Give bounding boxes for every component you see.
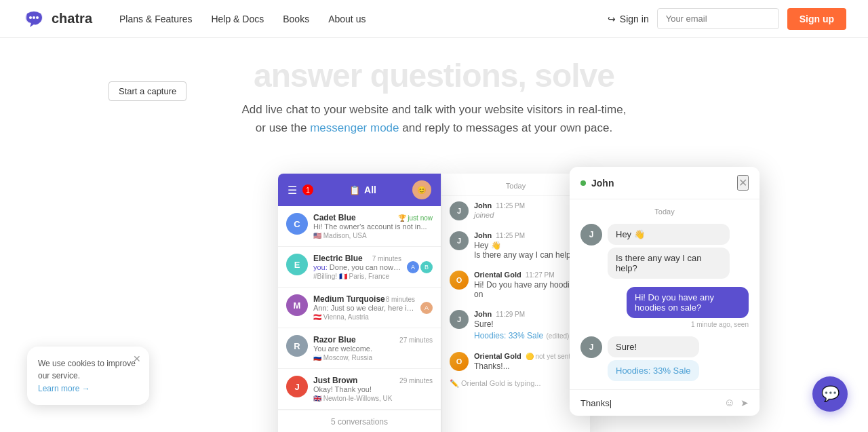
msg-time: 11:25 PM — [496, 202, 525, 210]
msg-time: 11:29 PM — [496, 311, 525, 318]
msg-text: Hey 👋Is there any way I can help? — [474, 241, 575, 260]
conv-name: Just Brown — [313, 376, 357, 385]
msg-sender: John — [474, 231, 492, 239]
msg-sender: Oriental Gold — [474, 271, 521, 279]
conv-time: 🏆 just now — [398, 214, 433, 222]
messenger-mode-link[interactable]: messenger mode — [310, 121, 399, 134]
avatar: E — [286, 254, 308, 275]
list-item[interactable]: M Medium Turquoise 8 minutes Ann: Just s… — [278, 288, 441, 328]
all-label: All — [364, 184, 376, 195]
panel-header: ☰ 1 📋 All 😊 — [278, 174, 441, 206]
message-bubble: Is there any way I can help? — [608, 248, 730, 279]
widget-username: John — [591, 178, 614, 189]
conv-time: 29 minutes — [399, 377, 433, 385]
conversation-list: C Cadet Blue 🏆 just now Hi! The owner's … — [278, 206, 441, 410]
message-bubble: Sure! — [608, 336, 699, 357]
sign-in-icon: ↪ — [608, 14, 616, 24]
nav-help[interactable]: Help & Docs — [211, 14, 264, 24]
bubble-container: Hey 👋 Is there any way I can help? — [608, 224, 730, 279]
conv-name: Razor Blue — [313, 335, 356, 345]
logo-text: chatra — [52, 11, 92, 26]
conv-body: Cadet Blue 🏆 just now Hi! The owner's ac… — [313, 213, 433, 239]
msg-text: Thanks!... — [474, 361, 570, 371]
avatar: J — [580, 336, 602, 358]
agent-avatar: 😊 — [412, 180, 431, 199]
nav-right: ↪ Sign in Sign up — [608, 8, 846, 30]
chat-widget-launcher[interactable]: 💬 — [812, 376, 848, 412]
widget-messages: J Hey 👋 Is there any way I can help? Hi!… — [570, 224, 760, 381]
menu-icon[interactable]: ☰ — [288, 184, 297, 197]
capture-button[interactable]: Start a capture — [108, 81, 186, 101]
widget-message-input[interactable] — [580, 398, 719, 408]
hoodies-link[interactable]: Hoodies: 33% Sale — [474, 331, 543, 340]
msg-time: 11:27 PM — [526, 271, 555, 279]
conv-preview: Okay! Thank you! — [313, 385, 433, 393]
hoodies-sale-link[interactable]: Hoodies: 33% Sale — [616, 366, 691, 376]
list-item[interactable]: R Razor Blue 27 minutes You are welcome.… — [278, 328, 441, 369]
middle-chat-panel: Today J John 11:25 PM joined J John 11:2… — [441, 174, 590, 432]
msg-sender: Oriental Gold — [474, 352, 521, 360]
conv-meta: 🇦🇹 Vienna, Austria — [313, 313, 415, 321]
widget-message-row: Hi! Do you have any hoodies on sale? 1 m… — [580, 287, 749, 328]
sign-in-button[interactable]: ↪ Sign in — [608, 14, 649, 24]
msg-text: Sure! — [474, 319, 569, 329]
conv-footer: 5 conversations — [278, 410, 441, 432]
list-item[interactable]: C Cadet Blue 🏆 just now Hi! The owner's … — [278, 206, 441, 247]
online-indicator — [580, 180, 586, 186]
conv-preview: you: Done, you can now lo... — [313, 263, 401, 271]
nav-about[interactable]: About us — [328, 14, 366, 24]
conv-preview: You are welcome. — [313, 345, 433, 353]
sign-in-label: Sign in — [620, 14, 649, 24]
all-tab[interactable]: 📋 All — [319, 184, 407, 195]
msg-sender: John — [474, 201, 492, 210]
list-item[interactable]: E Electric Blue 7 minutes you: Done, you… — [278, 247, 441, 288]
message-bubble: Hey 👋 — [608, 224, 730, 245]
message-row: J John 11:29 PM Sure! Hoodies: 33% Sale … — [441, 305, 590, 347]
cookie-learn-more-link[interactable]: Learn more → — [38, 384, 90, 393]
avatar: O — [450, 352, 469, 371]
conv-time: 7 minutes — [372, 255, 401, 262]
message-bubble: Hoodies: 33% Sale — [608, 360, 699, 381]
message-content: John 11:25 PM joined — [474, 201, 525, 219]
conv-meta: 🇺🇸 Madison, USA — [313, 232, 433, 239]
msg-text: Hi! Do you have any hoodies on — [474, 280, 582, 299]
message-row: O Oriental Gold 🟡 not yet sent Thanks!..… — [441, 347, 590, 376]
email-input[interactable] — [657, 8, 779, 29]
conv-time: 8 minutes — [386, 296, 415, 303]
typing-text: Oriental Gold is typing... — [461, 379, 540, 387]
conv-body: Razor Blue 27 minutes You are welcome. 🇷… — [313, 335, 433, 361]
widget-message-row: J Hey 👋 Is there any way I can help? — [580, 224, 749, 279]
avatar: C — [286, 213, 308, 235]
signup-button[interactable]: Sign up — [787, 8, 846, 30]
cookie-close-button[interactable]: ✕ — [133, 353, 141, 364]
message-content: Oriental Gold 11:27 PM Hi! Do you have a… — [474, 271, 582, 299]
emoji-button[interactable]: ☺ — [724, 397, 735, 409]
widget-close-button[interactable]: ✕ — [737, 175, 749, 191]
avatar: J — [450, 201, 469, 220]
hero-sub-3: and reply to messages at your own pace. — [402, 121, 612, 134]
inbox-icon: 📋 — [349, 185, 360, 195]
cookie-text: We use cookies to improve our service. — [38, 357, 138, 382]
conv-name: Cadet Blue — [313, 213, 356, 222]
bubble-container: Hi! Do you have any hoodies on sale? 1 m… — [627, 287, 749, 328]
conv-body: Medium Turquoise 8 minutes Ann: Just so … — [313, 294, 415, 321]
conv-meta: #Billing! 🇫🇷 Paris, France — [313, 273, 401, 280]
avatar: M — [286, 294, 308, 316]
conv-name: Electric Blue — [313, 254, 363, 263]
msg-time: 11:25 PM — [496, 232, 525, 239]
message-row: O Oriental Gold 11:27 PM Hi! Do you have… — [441, 265, 590, 305]
logo[interactable]: chatra — [22, 7, 92, 31]
send-button[interactable]: ➤ — [741, 397, 749, 408]
nav-plans[interactable]: Plans & Features — [119, 14, 192, 24]
avatar: R — [286, 335, 308, 357]
hero-section: answer questions, solve Add live chat to… — [0, 38, 868, 167]
svg-point-3 — [33, 16, 35, 19]
nav-books[interactable]: Books — [283, 14, 309, 24]
hero-subtitle: Add live chat to your website and talk w… — [14, 100, 854, 137]
message-row: J John 11:25 PM Hey 👋Is there any way I … — [441, 226, 590, 265]
widget-user-info: John — [580, 178, 614, 189]
svg-point-2 — [29, 16, 32, 19]
avatar: J — [450, 231, 469, 250]
conv-time: 27 minutes — [399, 336, 433, 344]
list-item[interactable]: J Just Brown 29 minutes Okay! Thank you!… — [278, 369, 441, 410]
